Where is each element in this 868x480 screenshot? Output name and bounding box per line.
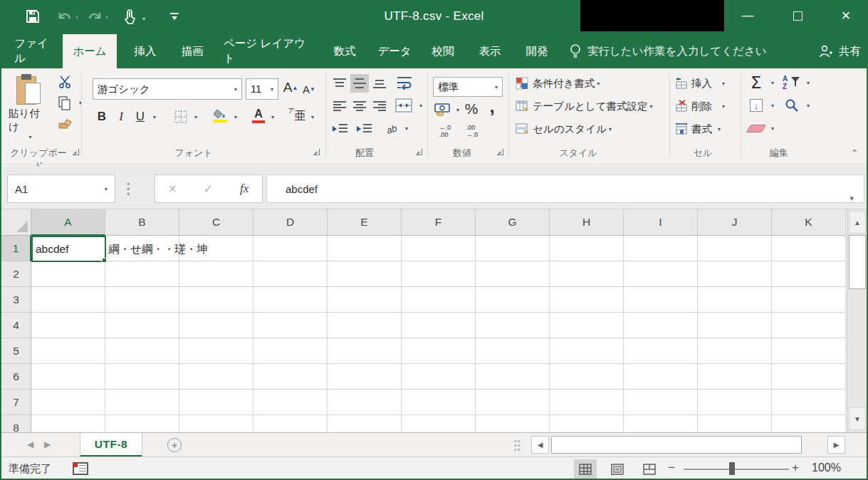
cell-D3[interactable] [253,287,328,313]
cell-E1[interactable] [328,236,402,261]
underline-button[interactable]: U [132,107,148,127]
cell-D1[interactable] [253,236,328,261]
cell-I4[interactable] [624,313,698,338]
underline-dropdown-icon[interactable]: ▾ [153,114,156,120]
align-center-icon[interactable] [350,97,369,115]
tab-scrollbar-splitter[interactable]: •••••• [514,439,521,452]
column-header-J[interactable]: J [698,209,772,236]
cell-H1[interactable] [550,236,624,261]
cell-I7[interactable] [624,390,698,415]
macro-record-icon[interactable] [73,462,88,475]
cell-E5[interactable] [328,338,402,364]
cell-A6[interactable] [31,364,105,390]
cell-G4[interactable] [476,313,550,338]
sheet-tab-utf8[interactable]: UTF-8 [80,433,142,456]
clear-dropdown-icon[interactable]: ▾ [771,125,774,132]
number-dialog-launcher-icon[interactable] [497,149,503,155]
fill-color-icon[interactable] [211,105,229,125]
find-dropdown-icon[interactable]: ▾ [807,103,810,109]
insert-cells-button[interactable]: 挿入 ▾ [675,74,725,93]
cell-styles-button[interactable]: セルのスタイル ▾ [516,120,612,138]
middle-align-icon[interactable] [350,74,369,93]
tab-page-layout[interactable]: ページ レイアウト [221,34,315,68]
cell-C6[interactable] [179,364,253,390]
formula-bar-expand-icon[interactable]: ▾ [849,194,854,203]
column-header-E[interactable]: E [328,209,402,236]
cell-I6[interactable] [624,364,698,390]
row-header-4[interactable]: 4 [1,313,31,338]
cell-C2[interactable] [179,261,253,287]
cell-H3[interactable] [550,287,624,313]
column-header-I[interactable]: I [624,209,698,236]
cell-G7[interactable] [476,390,550,415]
cell-I3[interactable] [624,287,698,313]
decrease-indent-icon[interactable] [329,120,350,138]
row-header-1[interactable]: 1 [1,236,31,261]
merge-center-icon[interactable] [393,95,414,115]
cell-D7[interactable] [253,390,328,415]
page-layout-view-icon[interactable] [606,459,629,479]
cell-C7[interactable] [179,390,253,415]
vertical-scrollbar[interactable]: ▲ ▼ [847,209,867,432]
row-header-7[interactable]: 7 [1,390,31,415]
cell-H7[interactable] [550,390,624,415]
select-all-button[interactable] [1,209,31,236]
paste-button[interactable]: 貼り付け ▾ [9,73,50,141]
decrease-decimal-button[interactable]: .00 →.0 [460,122,484,140]
zoom-slider-handle[interactable] [729,462,735,475]
column-header-D[interactable]: D [253,209,328,236]
cell-B7[interactable] [105,390,179,415]
vertical-scroll-thumb[interactable] [849,235,866,289]
tab-developer[interactable]: 開発 [518,34,555,68]
autosum-dropdown-icon[interactable]: ▾ [771,80,774,86]
sort-filter-dropdown-icon[interactable]: ▾ [807,80,810,86]
cell-D4[interactable] [253,313,328,338]
font-name-combo[interactable]: 游ゴシック ▾ [93,78,242,100]
sheet-next-icon[interactable]: ▶ [44,439,51,449]
font-dialog-launcher-icon[interactable] [313,149,320,155]
find-select-icon[interactable] [782,95,802,115]
cell-C5[interactable] [179,338,253,364]
borders-dropdown-icon[interactable]: ▾ [194,114,197,120]
cell-G5[interactable] [476,338,550,364]
cell-E6[interactable] [328,364,402,390]
cell-E3[interactable] [328,287,402,313]
borders-icon[interactable] [172,108,189,125]
phonetic-guide-icon[interactable]: ア 亜 [288,105,306,127]
currency-format-icon[interactable] [433,101,451,118]
hscroll-left-icon[interactable]: ◀ [531,436,549,454]
percent-style-button[interactable]: % [463,98,480,120]
copy-icon[interactable] [56,95,74,111]
zoom-slider-track[interactable] [684,469,789,470]
italic-button[interactable]: I [114,107,128,127]
align-right-icon[interactable] [370,97,389,115]
zoom-in-icon[interactable]: + [792,461,799,475]
cell-G1[interactable] [476,236,550,261]
cell-A2[interactable] [31,261,105,287]
alignment-dialog-launcher-icon[interactable] [416,149,422,155]
cell-B3[interactable] [105,287,179,313]
row-header-5[interactable]: 5 [1,338,31,364]
scroll-down-icon[interactable]: ▼ [849,407,866,430]
cell-G6[interactable] [476,364,550,390]
cell-A7[interactable] [31,390,105,415]
cell-K1[interactable] [772,236,846,261]
comma-style-button[interactable]: , [486,95,498,117]
clear-eraser-icon[interactable] [746,120,766,137]
cell-K2[interactable] [772,261,846,287]
column-header-G[interactable]: G [476,209,550,236]
page-break-view-icon[interactable] [638,459,661,479]
format-painter-icon[interactable] [56,115,74,131]
tab-data[interactable]: データ [375,34,414,68]
minimize-button[interactable]: — [732,0,763,31]
column-header-K[interactable]: K [772,209,846,236]
cell-C3[interactable] [179,287,253,313]
collapse-ribbon-icon[interactable]: ⌃ [851,148,858,158]
formula-input[interactable]: abcdef ▾ [266,174,864,203]
font-color-icon[interactable]: A [251,105,266,125]
orientation-dropdown-icon[interactable]: ▾ [405,125,408,132]
new-sheet-button[interactable]: + [167,438,182,452]
hscroll-right-icon[interactable]: ▶ [827,436,845,454]
cell-D6[interactable] [253,364,328,390]
horizontal-scroll-thumb[interactable] [551,436,802,454]
